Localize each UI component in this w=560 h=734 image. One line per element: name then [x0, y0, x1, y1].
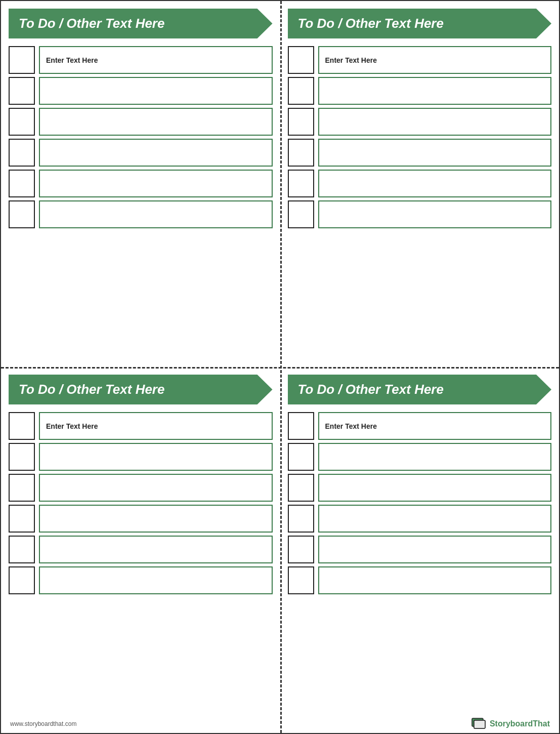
horizontal-divider — [1, 367, 559, 369]
checkbox[interactable] — [9, 46, 35, 74]
checkbox[interactable] — [288, 566, 314, 594]
checklist-row — [288, 139, 552, 167]
text-field[interactable] — [39, 108, 273, 136]
checklist-row: Enter Text Here — [288, 412, 552, 440]
text-field[interactable] — [318, 77, 552, 105]
footer-logo-that: That — [533, 719, 550, 728]
footer-url: www.storyboardthat.com — [10, 720, 76, 727]
text-field-label: Enter Text Here — [325, 422, 377, 430]
checklist-row: Enter Text Here — [9, 46, 273, 74]
checkbox[interactable] — [288, 108, 314, 136]
banner-top-left: To Do / Other Text Here — [9, 9, 273, 38]
checklist-row — [9, 108, 273, 136]
checklist-row — [288, 474, 552, 502]
text-field[interactable] — [39, 505, 273, 533]
checklist-row — [9, 536, 273, 563]
text-field[interactable]: Enter Text Here — [39, 412, 273, 440]
checkbox[interactable] — [288, 46, 314, 74]
footer-logo: StoryboardThat — [471, 718, 550, 730]
text-field[interactable]: Enter Text Here — [318, 46, 552, 74]
checkbox[interactable] — [9, 200, 35, 228]
checkbox[interactable] — [9, 443, 35, 471]
text-field[interactable] — [318, 536, 552, 563]
quadrant-top-right: To Do / Other Text Here Enter Text Here — [280, 1, 559, 367]
checkbox[interactable] — [288, 412, 314, 440]
quadrant-bottom-right: To Do / Other Text Here Enter Text Here — [280, 367, 559, 733]
checklist-row — [288, 200, 552, 228]
checklist-row — [288, 536, 552, 563]
checkbox[interactable] — [9, 505, 35, 533]
storyboardthat-icon — [471, 718, 487, 730]
checklist-row — [9, 443, 273, 471]
text-field[interactable] — [318, 139, 552, 167]
text-field[interactable] — [318, 200, 552, 228]
quadrant-bottom-left: To Do / Other Text Here Enter Text Here — [1, 367, 280, 733]
banner-top-right: To Do / Other Text Here — [288, 9, 552, 38]
banner-bottom-right: To Do / Other Text Here — [288, 375, 552, 404]
text-field[interactable] — [318, 443, 552, 471]
checklist-top-right: Enter Text Here — [280, 44, 559, 367]
checkbox[interactable] — [9, 170, 35, 197]
text-field[interactable] — [318, 108, 552, 136]
text-field[interactable] — [39, 566, 273, 594]
checklist-row — [9, 139, 273, 167]
checkbox[interactable] — [9, 566, 35, 594]
quadrant-top-left: To Do / Other Text Here Enter Text Here — [1, 1, 280, 367]
checklist-row — [288, 77, 552, 105]
checklist-row — [9, 505, 273, 533]
checkbox[interactable] — [288, 443, 314, 471]
checklist-row — [288, 108, 552, 136]
checklist-row: Enter Text Here — [9, 412, 273, 440]
checkbox[interactable] — [288, 77, 314, 105]
text-field-label: Enter Text Here — [46, 422, 98, 430]
text-field[interactable] — [39, 474, 273, 502]
checklist-row — [288, 505, 552, 533]
page-wrapper: To Do / Other Text Here Enter Text Here — [0, 0, 560, 734]
footer-logo-text: StoryboardThat — [490, 719, 550, 728]
text-field[interactable] — [318, 474, 552, 502]
text-field-label: Enter Text Here — [46, 56, 98, 64]
text-field[interactable] — [39, 536, 273, 563]
checklist-row — [9, 170, 273, 197]
checklist-bottom-left: Enter Text Here — [1, 410, 280, 733]
checklist-row — [288, 443, 552, 471]
footer: www.storyboardthat.com StoryboardThat — [1, 718, 559, 730]
checkbox[interactable] — [9, 536, 35, 563]
checklist-row — [288, 170, 552, 197]
checklist-row — [9, 474, 273, 502]
checklist-bottom-right: Enter Text Here — [280, 410, 559, 733]
checkbox[interactable] — [288, 170, 314, 197]
checkbox[interactable] — [288, 505, 314, 533]
checkbox[interactable] — [288, 200, 314, 228]
text-field[interactable] — [39, 77, 273, 105]
text-field[interactable]: Enter Text Here — [39, 46, 273, 74]
svg-rect-2 — [474, 720, 485, 728]
checklist-top-left: Enter Text Here — [1, 44, 280, 367]
text-field-label: Enter Text Here — [325, 56, 377, 64]
banner-title-top-left: To Do / Other Text Here — [19, 16, 164, 31]
checkbox[interactable] — [9, 77, 35, 105]
banner-title-bottom-left: To Do / Other Text Here — [19, 382, 164, 397]
banner-title-top-right: To Do / Other Text Here — [298, 16, 444, 31]
checkbox[interactable] — [288, 474, 314, 502]
text-field[interactable] — [39, 170, 273, 197]
footer-logo-storyboard: Storyboard — [490, 719, 533, 728]
text-field[interactable] — [318, 566, 552, 594]
checkbox[interactable] — [288, 536, 314, 563]
checkbox[interactable] — [288, 139, 314, 167]
checkbox[interactable] — [9, 474, 35, 502]
checklist-row — [9, 200, 273, 228]
text-field[interactable] — [318, 505, 552, 533]
checkbox[interactable] — [9, 412, 35, 440]
checkbox[interactable] — [9, 108, 35, 136]
text-field[interactable] — [39, 200, 273, 228]
checklist-row — [9, 566, 273, 594]
checklist-row: Enter Text Here — [288, 46, 552, 74]
text-field[interactable] — [39, 443, 273, 471]
text-field[interactable]: Enter Text Here — [318, 412, 552, 440]
banner-bottom-left: To Do / Other Text Here — [9, 375, 273, 404]
text-field[interactable] — [318, 170, 552, 197]
text-field[interactable] — [39, 139, 273, 167]
checkbox[interactable] — [9, 139, 35, 167]
checklist-row — [9, 77, 273, 105]
